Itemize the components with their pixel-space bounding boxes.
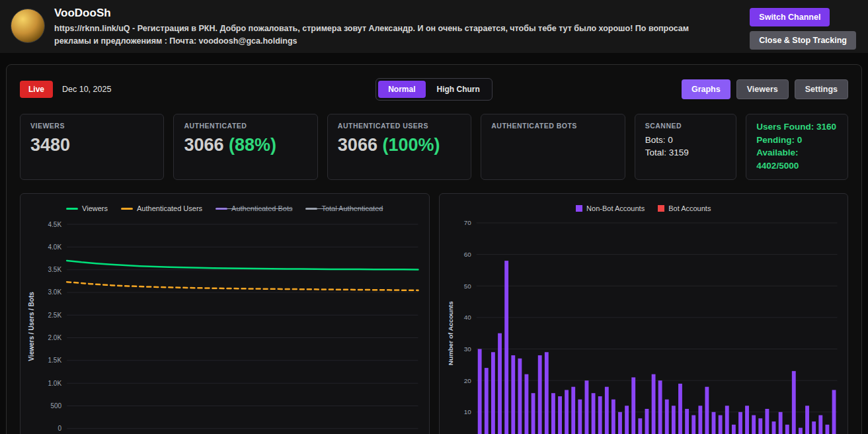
legend-label-authenticated-bots: Authenticated Bots [231,204,292,212]
authenticated-bots-line-swatch [216,208,227,210]
accounts-bar-chart: 010203040506070Number of Accounts [445,218,843,434]
svg-text:1.0K: 1.0K [48,380,62,387]
authenticated-users-stat-card: AUTHENTICATED USERS 3066 (100%) [327,114,471,180]
channel-info: VooDooSh https://rknn.link/uQ - Регистра… [54,7,740,48]
capacity-stat-card: Users Found: 3160 Pending: 0 Available: … [746,114,848,180]
close-stop-tracking-button[interactable]: Close & Stop Tracking [750,31,856,50]
legend-item-total-authenticated[interactable]: Total Authenticated [305,204,383,212]
bar-chart-legend: Non-Bot Accounts Bot Accounts [445,200,843,216]
legend-label-non-bot-accounts: Non-Bot Accounts [586,204,645,212]
legend-label-authenticated-users: Authenticated Users [137,204,202,212]
svg-text:0: 0 [58,425,62,433]
svg-text:70: 70 [463,220,471,227]
viewers-stat-label: VIEWERS [30,122,153,130]
line-chart-card: Viewers Authenticated Users Authenticate… [20,193,430,434]
legend-item-viewers[interactable]: Viewers [66,204,108,212]
toolbar-right: Graphs Viewers Settings [493,79,848,99]
svg-text:30: 30 [463,345,471,353]
legend-item-bot-accounts[interactable]: Bot Accounts [658,204,711,212]
viewers-line-chart: 05001.0K1.5K2.0K2.5K3.0K3.5K4.0K4.5K03:1… [26,218,424,434]
authenticated-bots-stat-label: AUTHENTICATED BOTS [491,122,614,130]
toolbar-left: Live Dec 10, 2025 [20,81,375,98]
header-buttons: Switch Channel Close & Stop Tracking [750,7,856,50]
legend-item-authenticated-bots[interactable]: Authenticated Bots [216,204,292,212]
viewers-stat-value: 3480 [30,135,153,155]
authenticated-users-percent: (100%) [382,135,440,155]
legend-label-total-authenticated: Total Authenticated [321,204,383,212]
legend-item-authenticated-users[interactable]: Authenticated Users [121,204,202,212]
authenticated-count: 3066 [184,135,223,155]
total-authenticated-line-swatch [305,208,317,210]
authenticated-percent: (88%) [229,135,276,155]
svg-text:1.5K: 1.5K [48,357,62,365]
switch-channel-button[interactable]: Switch Channel [750,8,830,26]
scanned-stat-label: SCANNED [645,122,727,130]
svg-text:3.0K: 3.0K [48,289,62,296]
svg-text:500: 500 [50,402,61,410]
svg-text:2.5K: 2.5K [48,312,62,319]
legend-label-bot-accounts: Bot Accounts [668,204,711,212]
authenticated-bots-stat-card: AUTHENTICATED BOTS [481,114,625,180]
svg-text:4.5K: 4.5K [48,221,62,228]
svg-text:3.5K: 3.5K [48,266,62,273]
mode-toggle: Normal High Churn [375,78,493,101]
date-label: Dec 10, 2025 [62,85,111,94]
scanned-bots-line: Bots: 0 [645,135,727,145]
svg-text:Viewers / Users / Bots: Viewers / Users / Bots [28,292,35,361]
viewers-line-swatch [66,208,78,210]
charts-row: Viewers Authenticated Users Authenticate… [20,193,848,434]
mode-high-churn-button[interactable]: High Churn [427,81,490,98]
dashboard-panel: Live Dec 10, 2025 Normal High Churn Grap… [6,64,862,434]
available-label-line: Available: [756,146,838,159]
authenticated-users-count: 3066 [338,135,377,155]
users-found-line: Users Found: 3160 [756,120,838,134]
available-value-line: 4402/5000 [756,159,838,173]
svg-text:40: 40 [463,314,471,322]
viewers-stat-card: VIEWERS 3480 [20,114,164,180]
scanned-total-line: Total: 3159 [645,148,727,157]
toolbar: Live Dec 10, 2025 Normal High Churn Grap… [20,78,848,101]
svg-text:4.0K: 4.0K [48,243,62,251]
svg-text:Number of Accounts: Number of Accounts [446,301,454,366]
authenticated-stat-label: AUTHENTICATED [184,122,307,130]
live-badge: Live [20,81,53,98]
authenticated-stat-card: AUTHENTICATED 3066 (88%) [173,114,317,180]
svg-text:20: 20 [463,377,471,384]
svg-text:10: 10 [463,409,471,416]
mode-normal-button[interactable]: Normal [378,81,425,98]
authenticated-stat-value: 3066 (88%) [184,135,307,155]
svg-text:60: 60 [463,251,471,258]
channel-description: https://rknn.link/uQ - Регистрация в РКН… [54,22,705,48]
channel-name: VooDooSh [54,7,725,20]
non-bot-accounts-swatch [576,205,582,212]
legend-item-non-bot-accounts[interactable]: Non-Bot Accounts [576,204,645,212]
channel-avatar [11,9,45,43]
authenticated-users-line-swatch [121,208,133,210]
stats-row: VIEWERS 3480 AUTHENTICATED 3066 (88%) AU… [20,114,848,180]
bar-chart-card: Non-Bot Accounts Bot Accounts 0102030405… [439,193,849,434]
svg-text:50: 50 [463,282,471,290]
authenticated-users-stat-label: AUTHENTICATED USERS [338,122,461,130]
line-chart-legend: Viewers Authenticated Users Authenticate… [26,200,424,216]
legend-label-viewers: Viewers [82,204,108,212]
bot-accounts-swatch [658,205,664,212]
graphs-tab-button[interactable]: Graphs [682,79,730,99]
settings-tab-button[interactable]: Settings [795,79,848,99]
channel-header: VooDooSh https://rknn.link/uQ - Регистра… [0,0,868,53]
authenticated-users-stat-value: 3066 (100%) [338,135,461,155]
scanned-stat-card: SCANNED Bots: 0 Total: 3159 [635,114,737,180]
svg-text:2.0K: 2.0K [48,334,62,341]
pending-line: Pending: 0 [756,134,838,147]
viewers-tab-button[interactable]: Viewers [736,79,789,99]
